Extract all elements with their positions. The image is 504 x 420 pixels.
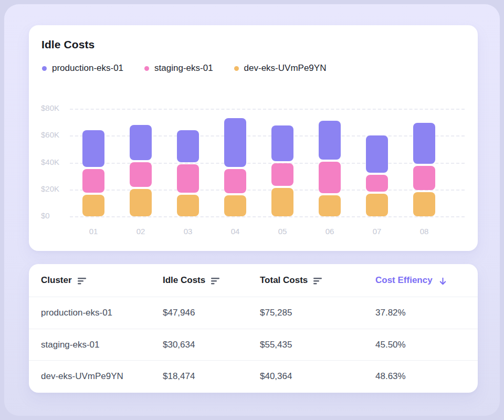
legend-item-production[interactable]: production-eks-01: [42, 63, 123, 74]
cell-cost-efficiency: 45.50%: [375, 340, 465, 350]
bar-segment-dev-eks-UVmPe9YN: [177, 195, 199, 216]
cell-cost-efficiency: 37.82%: [375, 308, 465, 318]
x-axis-tick-label: 07: [366, 227, 388, 236]
chart-legend: production-eks-01 staging-eks-01 dev-eks…: [42, 63, 326, 74]
stacked-bar-04: [224, 118, 246, 216]
cell-idle-costs: $30,634: [163, 340, 260, 350]
table-row: production-eks-01 $47,946 $75,285 37.82%: [29, 297, 478, 329]
column-header-cluster[interactable]: Cluster: [41, 275, 163, 286]
bar-segment-production-eks-01: [82, 130, 104, 167]
cell-cost-efficiency: 48.63%: [375, 371, 465, 382]
legend-item-staging[interactable]: staging-eks-01: [144, 63, 213, 74]
cell-total-costs: $75,285: [260, 308, 375, 318]
arrow-down-icon: [438, 277, 447, 286]
column-header-cost-efficiency[interactable]: Cost Effiency: [375, 275, 465, 286]
bar-segment-staging-eks-01: [130, 162, 152, 186]
gridline: [70, 109, 465, 110]
stacked-bar-08: [413, 123, 435, 216]
x-axis-tick-label: 06: [319, 227, 341, 236]
sort-lines-icon: [78, 277, 88, 285]
column-header-idle-costs[interactable]: Idle Costs: [163, 275, 260, 286]
chart-title: Idle Costs: [41, 38, 94, 51]
bar-segment-production-eks-01: [319, 121, 341, 160]
x-axis-tick-label: 08: [413, 227, 435, 236]
gridline: [70, 163, 465, 164]
legend-label: production-eks-01: [52, 63, 123, 74]
y-axis-tick-label: $40K: [41, 158, 59, 166]
bar-segment-dev-eks-UVmPe9YN: [413, 192, 435, 216]
column-label: Cost Effiency: [375, 275, 433, 286]
y-axis-tick-label: $80K: [41, 103, 59, 112]
cell-cluster: production-eks-01: [41, 308, 163, 318]
bar-segment-staging-eks-01: [366, 175, 388, 192]
cell-cluster: dev-eks-UVmPe9YN: [41, 371, 163, 382]
y-axis-tick-label: $60K: [41, 130, 59, 139]
idle-costs-chart-card: Idle Costs production-eks-01 staging-eks…: [29, 25, 478, 251]
bar-segment-dev-eks-UVmPe9YN: [130, 189, 152, 217]
table-header-row: Cluster Idle Costs Total Costs Cost Effi…: [29, 264, 478, 297]
bar-segment-production-eks-01: [224, 118, 246, 167]
stacked-bar-07: [366, 135, 388, 216]
bar-segment-production-eks-01: [413, 123, 435, 164]
x-axis-tick-label: 02: [130, 227, 152, 236]
cell-total-costs: $55,435: [260, 340, 375, 350]
column-header-total-costs[interactable]: Total Costs: [260, 275, 375, 286]
sort-lines-icon: [211, 277, 221, 285]
table-row: dev-eks-UVmPe9YN $18,474 $40,364 48.63%: [29, 360, 478, 392]
bar-segment-dev-eks-UVmPe9YN: [271, 188, 293, 216]
bar-segment-production-eks-01: [177, 130, 199, 162]
legend-label: staging-eks-01: [154, 63, 213, 74]
cluster-costs-table-card: Cluster Idle Costs Total Costs Cost Effi…: [29, 264, 478, 393]
legend-dot-staging: [144, 66, 149, 71]
legend-dot-production: [42, 66, 47, 71]
gridline: [70, 135, 465, 136]
y-axis-tick-label: $0: [41, 211, 50, 220]
legend-label: dev-eks-UVmPe9YN: [244, 63, 327, 74]
x-axis-tick-label: 01: [82, 227, 104, 236]
legend-dot-dev: [234, 66, 239, 71]
table-row: staging-eks-01 $30,634 $55,435 45.50%: [29, 329, 478, 360]
cell-total-costs: $40,364: [260, 371, 375, 382]
bar-segment-production-eks-01: [271, 125, 293, 161]
bar-segment-staging-eks-01: [177, 164, 199, 193]
stacked-bar-03: [177, 130, 199, 216]
dashboard-panel: Idle Costs production-eks-01 staging-eks…: [4, 4, 500, 416]
gridline: [70, 190, 465, 191]
x-axis-tick-label: 03: [177, 227, 199, 236]
bar-segment-dev-eks-UVmPe9YN: [319, 195, 341, 216]
bar-segment-staging-eks-01: [224, 169, 246, 193]
column-label: Idle Costs: [163, 275, 205, 286]
stacked-bar-02: [130, 125, 152, 216]
bar-segment-production-eks-01: [130, 125, 152, 161]
column-label: Total Costs: [260, 275, 308, 286]
x-axis-tick-label: 05: [271, 227, 293, 236]
column-label: Cluster: [41, 275, 72, 286]
stacked-bar-05: [271, 125, 293, 216]
cell-idle-costs: $47,946: [163, 308, 260, 318]
x-axis-tick-label: 04: [224, 227, 246, 236]
bar-segment-staging-eks-01: [319, 162, 341, 193]
stacked-bar-06: [319, 121, 341, 216]
stacked-bar-chart: $0$20K$40K$60K$80K0102030405060708: [29, 104, 478, 251]
bar-segment-dev-eks-UVmPe9YN: [366, 194, 388, 217]
bar-segment-production-eks-01: [366, 135, 388, 172]
bar-segment-staging-eks-01: [271, 163, 293, 186]
legend-item-dev[interactable]: dev-eks-UVmPe9YN: [234, 63, 327, 74]
sort-lines-icon: [313, 277, 323, 285]
bar-segment-dev-eks-UVmPe9YN: [82, 195, 104, 216]
y-axis-tick-label: $20K: [41, 184, 59, 193]
cell-cluster: staging-eks-01: [41, 340, 163, 350]
stacked-bar-01: [82, 130, 104, 216]
bar-segment-staging-eks-01: [82, 169, 104, 193]
bar-segment-dev-eks-UVmPe9YN: [224, 195, 246, 216]
bar-segment-staging-eks-01: [413, 166, 435, 190]
cell-idle-costs: $18,474: [163, 371, 260, 382]
gridline: [70, 216, 465, 217]
